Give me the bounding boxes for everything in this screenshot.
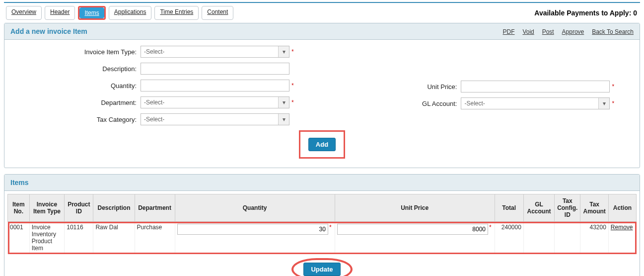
quantity-input[interactable]	[141, 80, 289, 92]
required-marker: *	[291, 82, 294, 89]
chevron-down-icon: ▾	[278, 97, 289, 108]
invoice-item-type-select[interactable]: -Select- ▾	[141, 46, 289, 58]
cell-tax-amount: 43200	[580, 222, 608, 254]
cell-product-id: 10116	[65, 222, 93, 254]
col-invoice-item-type: Invoice Item Type	[29, 194, 65, 222]
add-panel-title: Add a new invoice Item	[10, 27, 87, 35]
tab-overview[interactable]: Overview	[6, 6, 42, 20]
items-table-body: 0001 Invoice Inventory Product Item 1011…	[8, 222, 637, 254]
col-total: Total	[495, 194, 523, 222]
tax-category-value: -Select-	[144, 116, 164, 123]
back-to-search-link[interactable]: Back To Search	[592, 28, 634, 35]
cell-quantity: *	[175, 222, 335, 254]
department-select[interactable]: -Select- ▾	[141, 96, 289, 108]
col-tax-amount: Tax Amount	[580, 194, 608, 222]
cell-unit-price: *	[335, 222, 495, 254]
tax-category-select[interactable]: -Select- ▾	[141, 113, 289, 125]
add-button-wrap: Add	[11, 130, 633, 159]
col-action: Action	[608, 194, 636, 222]
gl-account-value: -Select-	[464, 100, 485, 107]
cell-gl-account	[523, 222, 554, 254]
label-department: Department:	[11, 99, 141, 106]
tab-applications[interactable]: Applications	[109, 6, 152, 20]
required-marker: *	[612, 100, 614, 107]
highlight-add-button: Add	[299, 130, 345, 159]
description-input[interactable]	[141, 63, 289, 75]
post-link[interactable]: Post	[542, 28, 554, 35]
remove-link[interactable]: Remove	[611, 224, 633, 231]
required-marker: *	[291, 99, 294, 106]
invoice-item-type-value: -Select-	[144, 48, 164, 55]
tab-content[interactable]: Content	[202, 6, 233, 20]
form-col-right: Unit Price: * GL Account: -Select- ▾ *	[312, 46, 614, 130]
cell-total: 240000	[495, 222, 523, 254]
label-unit-price: Unit Price:	[312, 83, 461, 91]
tab-header[interactable]: Header	[45, 6, 75, 20]
add-panel-body: Invoice Item Type: -Select- ▾ * Descript…	[4, 40, 640, 168]
tab-time-entries[interactable]: Time Entries	[154, 6, 199, 20]
required-marker: *	[328, 224, 333, 231]
chevron-down-icon: ▾	[278, 114, 289, 125]
approve-link[interactable]: Approve	[562, 28, 584, 35]
cell-department: Purchase	[135, 222, 175, 254]
col-quantity: Quantity	[175, 194, 335, 222]
label-invoice-item-type: Invoice Item Type:	[11, 48, 141, 56]
chevron-down-icon: ▾	[598, 98, 609, 109]
items-table-head: Item No. Invoice Item Type Product ID De…	[8, 194, 637, 222]
void-link[interactable]: Void	[522, 28, 534, 35]
pdf-link[interactable]: PDF	[503, 28, 515, 35]
items-panel-header: Items	[4, 175, 640, 191]
label-tax-category: Tax Category:	[11, 116, 141, 123]
available-payments-label: Available Payments to Apply: 0	[534, 9, 640, 17]
label-description: Description:	[11, 65, 141, 73]
cell-item-no: 0001	[8, 222, 30, 254]
tab-strip: Overview Header Items Applications Time …	[4, 6, 233, 20]
col-gl-account: GL Account	[523, 194, 554, 222]
top-bar: Overview Header Items Applications Time …	[4, 2, 640, 20]
highlight-items-tab: Items	[78, 6, 105, 20]
items-panel-title: Items	[10, 179, 29, 186]
form-wrap: Invoice Item Type: -Select- ▾ * Descript…	[11, 46, 633, 130]
items-panel: Items Item No. Invoice Item Type Product…	[4, 174, 640, 276]
col-unit-price: Unit Price	[335, 194, 495, 222]
update-button[interactable]: Update	[303, 263, 340, 276]
update-button-wrap: Update	[7, 258, 637, 276]
required-marker: *	[612, 83, 614, 90]
row-quantity-input[interactable]	[177, 224, 328, 235]
items-panel-body: Item No. Invoice Item Type Product ID De…	[4, 191, 640, 276]
highlight-update-button: Update	[291, 258, 352, 276]
cell-invoice-item-type: Invoice Inventory Product Item	[29, 222, 65, 254]
add-button[interactable]: Add	[308, 138, 336, 151]
col-tax-config-id: Tax Config. ID	[555, 194, 580, 222]
cell-description: Raw Dal	[93, 222, 135, 254]
department-value: -Select-	[144, 99, 164, 106]
label-gl-account: GL Account:	[312, 100, 461, 107]
table-row: 0001 Invoice Inventory Product Item 1011…	[8, 222, 637, 254]
col-product-id: Product ID	[65, 194, 93, 222]
gl-account-select[interactable]: -Select- ▾	[461, 97, 610, 109]
chevron-down-icon: ▾	[278, 46, 289, 57]
col-item-no: Item No.	[8, 194, 30, 222]
row-unit-price-input[interactable]	[337, 224, 488, 235]
col-description: Description	[93, 194, 135, 222]
cell-tax-config-id	[555, 222, 580, 254]
cell-action: Remove	[608, 222, 636, 254]
required-marker: *	[488, 224, 493, 231]
panel-actions: PDF Void Post Approve Back To Search	[497, 27, 634, 35]
col-department: Department	[135, 194, 175, 222]
add-panel-header: Add a new invoice Item PDF Void Post App…	[4, 23, 640, 40]
add-invoice-item-panel: Add a new invoice Item PDF Void Post App…	[4, 23, 640, 168]
items-table: Item No. Invoice Item Type Product ID De…	[7, 194, 637, 254]
tab-items[interactable]: Items	[79, 7, 104, 18]
form-col-left: Invoice Item Type: -Select- ▾ * Descript…	[11, 46, 297, 130]
unit-price-input[interactable]	[461, 81, 610, 92]
label-quantity: Quantity:	[11, 82, 141, 90]
required-marker: *	[291, 48, 294, 55]
